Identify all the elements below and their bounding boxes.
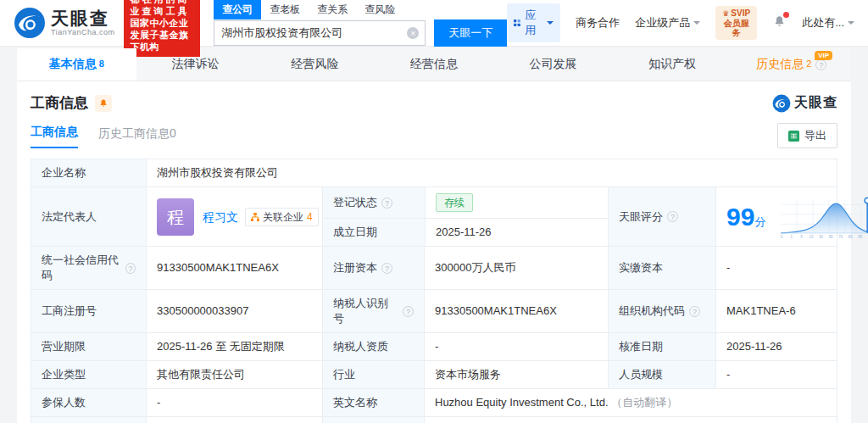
- score-value: 99: [726, 203, 754, 231]
- score-cell: 99分: [715, 187, 868, 246]
- auto-translate-note: （自动翻译）: [611, 395, 677, 410]
- field-label: 企业名称: [31, 159, 146, 186]
- svg-text:30: 30: [819, 235, 823, 239]
- legal-rep-cell: 程 程习文 关联企业4: [146, 187, 322, 246]
- english-name-value: Huzhou Equity Investment Co., Ltd. （自动翻译…: [424, 389, 837, 416]
- taxpayer-id-value: 91330500MAK1TNEA6X: [424, 290, 608, 332]
- field-label: 法定代表人: [31, 187, 146, 246]
- score-unit: 分: [754, 215, 765, 228]
- field-label: 登记状态: [323, 187, 425, 218]
- user-menu[interactable]: 此处有...: [802, 15, 854, 31]
- search-area: 查公司 查老板 查关系 查风险 天眼一下: [214, 0, 507, 47]
- company-type-value: 其他有限责任公司: [146, 361, 322, 388]
- banner-line2: 国家中小企业发展子基金旗下机构: [131, 17, 194, 53]
- search-tabs: 查公司 查老板 查关系 查风险: [214, 0, 507, 19]
- notifications-bell[interactable]: [772, 14, 787, 31]
- established-date-value: 2025-11-26: [425, 219, 609, 246]
- tab-operation-risk[interactable]: 经营风险: [255, 48, 375, 81]
- address-cell: 浙江省湖州市湖州南太湖新区仁皇山街道仁皇山路501号901-6室 附近公司: [424, 417, 837, 423]
- industry-value: 资本市场服务: [424, 361, 608, 388]
- tab-count: 2: [806, 58, 811, 69]
- table-row: 参保人数 - 英文名称 Huzhou Equity Investment Co.…: [31, 388, 837, 416]
- table-row: 企业名称 湖州市股权投资有限公司: [31, 159, 837, 186]
- nav-business-cooperation[interactable]: 商务合作: [576, 15, 620, 31]
- approval-date-value: 2025-11-26: [715, 333, 837, 360]
- field-label: 纳税人资质: [322, 333, 424, 360]
- field-label: 营业期限: [31, 333, 146, 360]
- svg-text:5: 5: [801, 235, 804, 239]
- field-label: 天眼评分: [608, 187, 715, 246]
- chevron-down-icon: [547, 21, 554, 28]
- svg-text:15: 15: [810, 235, 814, 239]
- search-tab-risk[interactable]: 查风险: [356, 0, 403, 19]
- svg-text:85: 85: [849, 235, 853, 239]
- search-tab-company[interactable]: 查公司: [214, 0, 261, 19]
- top-bar: 天眼查 TianYanCha.com 都在用的商业查询工具 国家中小企业发展子基…: [0, 0, 868, 47]
- svip-badge[interactable]: SVIP 会员服务: [715, 6, 757, 40]
- subtab-history-business-info[interactable]: 历史工商信息0: [98, 126, 176, 148]
- svg-text:50: 50: [829, 235, 833, 239]
- field-label: 纳税人识别号: [322, 290, 424, 332]
- nav-enterprise-products[interactable]: 企业级产品: [635, 15, 700, 31]
- help-icon[interactable]: [381, 263, 392, 274]
- search-tab-boss[interactable]: 查老板: [261, 0, 309, 19]
- apps-label: 应用: [525, 8, 539, 38]
- help-icon[interactable]: [689, 306, 700, 317]
- field-label: 核准日期: [608, 333, 715, 360]
- tab-operation-info[interactable]: 经营信息: [375, 48, 494, 81]
- field-label: 注册地址: [322, 417, 424, 423]
- tab-basic-info[interactable]: 基本信息8: [17, 48, 136, 81]
- help-icon[interactable]: [125, 263, 136, 274]
- clear-icon[interactable]: [407, 27, 419, 39]
- field-label: 企业类型: [31, 361, 146, 388]
- section-title: 工商信息: [31, 93, 88, 113]
- help-icon[interactable]: [403, 306, 414, 317]
- tab-history-info[interactable]: 历史信息2 VIP: [732, 48, 851, 81]
- field-label: 英文名称: [322, 389, 424, 416]
- legal-rep-link[interactable]: 程习文: [203, 209, 238, 225]
- field-label: 实缴资本: [608, 247, 715, 289]
- reg-number-value: 330500000033907: [146, 290, 322, 332]
- search-button[interactable]: 天眼一下: [434, 19, 507, 47]
- tab-intellectual-property[interactable]: 知识产权: [613, 48, 732, 81]
- paid-capital-value: -: [715, 247, 837, 289]
- help-icon[interactable]: [667, 211, 678, 222]
- reg-capital-value: 300000万人民币: [424, 247, 608, 289]
- help-icon[interactable]: [381, 198, 392, 209]
- svg-text:95: 95: [859, 235, 863, 239]
- business-info-table: 企业名称 湖州市股权投资有限公司 法定代表人 程 程习文 关联企业4: [31, 159, 837, 423]
- svg-text:70: 70: [839, 235, 843, 239]
- avatar[interactable]: 程: [157, 198, 194, 236]
- reg-status-cell: 存续: [425, 187, 609, 218]
- chevron-down-icon: [848, 21, 854, 28]
- tianyancha-logo[interactable]: 天眼查 TianYanCha.com: [14, 7, 115, 39]
- related-companies-badge[interactable]: 关联企业4: [245, 208, 319, 226]
- help-icon[interactable]: [815, 59, 826, 70]
- score-distribution-chart: 0 1 5 15 30 50 70 85 95 100: [777, 193, 868, 241]
- table-row: 法定代表人 程 程习文 关联企业4 登记状态 存续: [31, 186, 837, 246]
- export-button[interactable]: 导出: [777, 123, 837, 148]
- field-label: 组织机构代码: [608, 290, 715, 332]
- search-tab-relation[interactable]: 查关系: [309, 0, 356, 19]
- notification-dot: [783, 12, 789, 18]
- vip-badge: VIP: [815, 51, 832, 60]
- search-input[interactable]: [214, 20, 426, 46]
- banner-line1: 都在用的商业查询工具: [131, 0, 194, 17]
- tianyancha-logo-icon: [772, 94, 791, 113]
- tab-legal-litigation[interactable]: 法律诉讼: [136, 48, 256, 81]
- tab-company-development[interactable]: 公司发展: [493, 48, 613, 81]
- svip-label: SVIP: [722, 8, 750, 19]
- org-code-value: MAK1TNEA-6: [715, 290, 837, 332]
- apps-menu[interactable]: 应用: [507, 3, 560, 42]
- business-info-card: 工商信息 天眼查 工商信息 历史工商信息0 导出 企业名称: [17, 81, 851, 423]
- top-nav: 应用 商务合作 企业级产品 SVIP 会员服务 此处有...: [507, 3, 854, 42]
- subscribe-bell-icon[interactable]: [95, 95, 112, 112]
- field-label: 统一社会信用代码: [31, 247, 146, 289]
- logo-name: 天眼查: [51, 9, 115, 28]
- subtab-business-info[interactable]: 工商信息: [31, 125, 78, 148]
- reg-authority-value: 湖州市市场监督管理局: [146, 417, 322, 423]
- table-row: 企业类型 其他有限责任公司 行业 资本市场服务 人员规模 -: [31, 360, 837, 388]
- taxpayer-quality-value: -: [424, 333, 608, 360]
- business-term-value: 2025-11-26 至 无固定期限: [146, 333, 322, 360]
- field-label: 注册资本: [322, 247, 424, 289]
